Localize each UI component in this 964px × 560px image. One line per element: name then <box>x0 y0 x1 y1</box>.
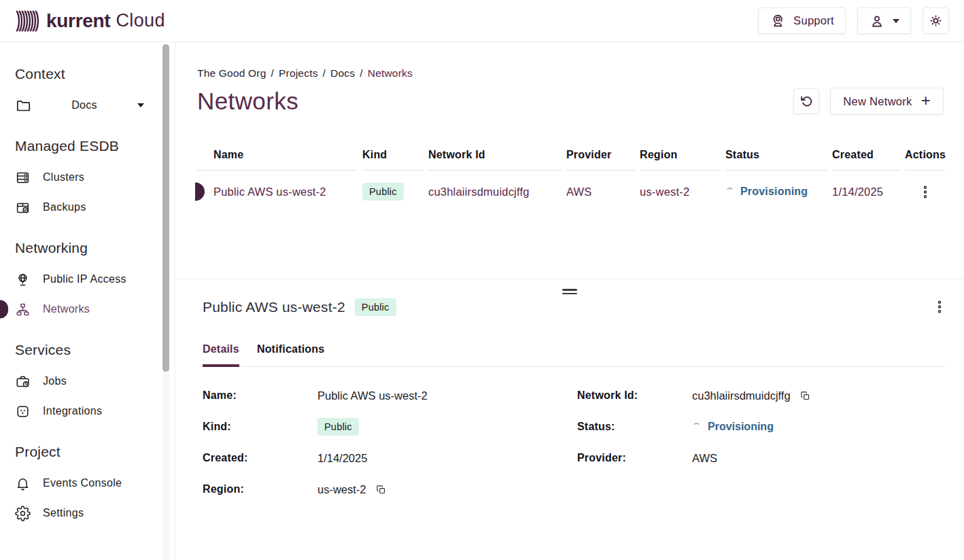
refresh-icon <box>799 94 814 109</box>
new-network-button[interactable]: New Network + <box>830 88 944 115</box>
field-network-id: Network Id: cu3hlaiirsdmuidcjffg <box>577 387 945 404</box>
networks-icon <box>15 302 31 317</box>
network-name-link[interactable]: Public AWS us-west-2 <box>213 186 326 198</box>
sidebar-section-managed-esdb: Managed ESDB Clusters Backups <box>15 138 150 222</box>
tab-details-label: Details <box>203 343 239 355</box>
refresh-button[interactable] <box>793 88 819 114</box>
clusters-icon <box>15 170 31 186</box>
sun-icon <box>928 13 944 29</box>
active-tab-indicator <box>203 364 239 367</box>
sidebar-item-settings[interactable]: Settings <box>15 498 150 528</box>
drag-handle-icon[interactable] <box>562 287 577 296</box>
breadcrumb: The Good Org/Projects/Docs/Networks <box>197 67 413 80</box>
sidebar-heading-managed-esdb: Managed ESDB <box>15 138 150 154</box>
spinner-icon <box>692 423 701 432</box>
sidebar-scrollbar[interactable] <box>162 44 169 560</box>
details-actions-menu-button[interactable] <box>933 298 946 316</box>
globe-icon <box>15 272 31 287</box>
field-provider: Provider: AWS <box>577 449 945 467</box>
field-value: cu3hlaiirsdmuidcjffg <box>692 389 791 402</box>
breadcrumb-separator: / <box>271 67 274 79</box>
row-actions-cell <box>905 171 945 213</box>
sidebar-item-integrations[interactable]: Integrations <box>15 396 150 426</box>
details-kind-badge: Public <box>355 298 396 316</box>
copy-region-button[interactable] <box>375 483 388 496</box>
breadcrumb-current: Networks <box>368 67 413 79</box>
sidebar-item-label: Jobs <box>43 375 67 387</box>
tab-details[interactable]: Details <box>203 339 239 366</box>
sidebar: Context Docs Managed ESDB Clusters <box>0 43 175 560</box>
sidebar-item-label: Public IP Access <box>43 273 126 285</box>
sidebar-item-clusters[interactable]: Clusters <box>15 162 150 192</box>
logo-suffix-text: Cloud <box>116 10 165 31</box>
selected-row-indicator <box>195 183 205 201</box>
network-details-panel: Public AWS us-west-2 Public Details Noti… <box>175 279 964 560</box>
sidebar-scrollbar-thumb[interactable] <box>162 44 169 372</box>
gear-icon <box>15 506 31 521</box>
details-panel-header: Public AWS us-west-2 Public <box>203 298 946 316</box>
copy-icon <box>376 485 386 495</box>
user-icon <box>869 13 885 29</box>
support-button[interactable]: Support <box>758 7 846 34</box>
sidebar-heading-services: Services <box>15 342 150 358</box>
field-label: Status: <box>577 421 692 433</box>
details-title: Public AWS us-west-2 <box>203 299 345 315</box>
breadcrumb-projects[interactable]: Projects <box>279 67 318 79</box>
theme-toggle-button[interactable] <box>923 7 949 34</box>
new-network-label: New Network <box>843 95 912 108</box>
field-status: Status: Provisioning <box>577 418 945 436</box>
sidebar-item-jobs[interactable]: Jobs <box>15 366 150 396</box>
networks-table: Name Kind Network Id Provider Region Sta… <box>197 142 945 213</box>
column-header-provider: Provider <box>566 142 640 171</box>
logo[interactable]: kurrent Cloud <box>15 8 165 34</box>
tab-notifications-label: Notifications <box>257 343 325 355</box>
chevron-down-icon <box>137 103 144 107</box>
sidebar-section-context: Context Docs <box>15 66 150 120</box>
sidebar-item-label: Settings <box>43 507 84 519</box>
table-row[interactable]: Public AWS us-west-2 Public cu3hlaiirsdm… <box>197 171 945 213</box>
integrations-icon <box>15 404 31 419</box>
jobs-icon <box>15 374 31 389</box>
field-value: AWS <box>692 452 717 465</box>
field-label: Created: <box>203 452 317 464</box>
breadcrumb-org[interactable]: The Good Org <box>197 67 266 79</box>
page-title-row: Networks New Network + <box>197 86 944 116</box>
column-header-actions: Actions <box>905 142 945 171</box>
sidebar-item-public-ip-access[interactable]: Public IP Access <box>15 264 150 294</box>
details-fields: Name: Public AWS us-west-2 Network Id: c… <box>203 387 945 512</box>
sidebar-item-networks[interactable]: Networks <box>15 294 150 324</box>
backups-icon <box>15 200 31 215</box>
logo-waves-icon <box>15 8 41 34</box>
chevron-down-icon <box>893 19 899 23</box>
field-label: Network Id: <box>577 389 692 402</box>
folder-icon <box>15 97 31 113</box>
tab-notifications[interactable]: Notifications <box>257 339 325 366</box>
sidebar-heading-networking: Networking <box>15 240 150 256</box>
app-header: kurrent Cloud Support <box>0 0 964 42</box>
column-header-created: Created <box>832 142 905 171</box>
kind-badge: Public <box>362 183 404 200</box>
row-region-cell: us-west-2 <box>640 171 725 213</box>
status-text: Provisioning <box>740 186 808 198</box>
kind-badge: Public <box>317 418 359 436</box>
sidebar-item-events-console[interactable]: Events Console <box>15 468 150 498</box>
user-menu-button[interactable] <box>857 7 911 34</box>
field-kind: Kind: Public <box>203 418 577 436</box>
column-header-region: Region <box>640 142 725 171</box>
kebab-menu-icon <box>923 186 928 198</box>
plus-icon: + <box>921 92 931 109</box>
breadcrumb-project-docs[interactable]: Docs <box>330 67 355 79</box>
sidebar-item-backups[interactable]: Backups <box>15 192 150 222</box>
column-header-name: Name <box>197 142 362 171</box>
sidebar-item-label: Events Console <box>43 477 122 489</box>
context-project-dropdown[interactable]: Docs <box>15 90 144 120</box>
row-actions-menu-button[interactable] <box>918 183 932 201</box>
field-value: Provisioning <box>708 421 774 433</box>
support-icon <box>770 13 786 29</box>
breadcrumb-separator: / <box>323 67 326 79</box>
main-content: The Good Org/Projects/Docs/Networks Netw… <box>175 43 964 560</box>
copy-network-id-button[interactable] <box>799 389 812 402</box>
row-name-cell[interactable]: Public AWS us-west-2 <box>197 171 362 213</box>
header-actions: Support <box>758 7 949 34</box>
sidebar-section-services: Services Jobs Integrations <box>15 342 150 426</box>
